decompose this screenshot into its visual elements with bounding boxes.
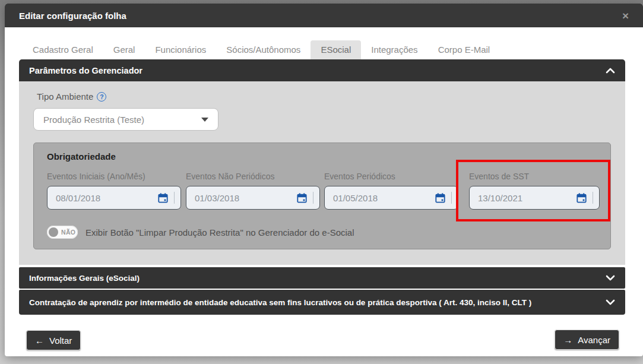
tab-funcionarios[interactable]: Funcionários	[145, 40, 216, 59]
date-value: 13/10/2021	[478, 193, 522, 203]
tab-integracoes[interactable]: Integrações	[361, 40, 427, 59]
date-value: 08/01/2018	[56, 193, 100, 203]
edit-config-modal: Editar configuração folha × Cadastro Ger…	[5, 4, 643, 356]
chevron-down-icon	[201, 118, 208, 122]
arrow-right-icon: →	[563, 335, 572, 345]
back-button-label: Voltar	[49, 335, 72, 346]
arrow-left-icon: ←	[35, 335, 44, 346]
field-eventos-periodicos: Eventos Periódicos 01/05/2018	[324, 172, 458, 210]
modal-title: Editar configuração folha	[19, 11, 126, 21]
field-eventos-iniciais: Eventos Iniciais (Ano/Mês) 08/01/2018	[47, 172, 181, 210]
field-label: Eventos Periódicos	[324, 172, 458, 181]
date-input-eventos-iniciais[interactable]: 08/01/2018	[47, 186, 181, 210]
chevron-up-icon	[606, 68, 615, 74]
field-label: Eventos Não Periódicos	[186, 172, 320, 181]
calendar-icon[interactable]	[158, 193, 168, 203]
obrigatoriedade-title: Obrigatoriedade	[47, 151, 116, 162]
tab-cadastro-geral[interactable]: Cadastro Geral	[23, 40, 103, 59]
field-label: Eventos de SST	[469, 172, 600, 181]
section-title: Informações Gerais (eSocial)	[29, 274, 140, 283]
field-divider	[593, 192, 593, 204]
next-button-label: Avançar	[578, 335, 610, 345]
tab-bar: Cadastro Geral Geral Funcionários Sócios…	[23, 40, 500, 59]
close-icon[interactable]: ×	[622, 10, 629, 21]
tab-esocial[interactable]: ESocial	[311, 40, 361, 59]
date-input-eventos-nao-periodicos[interactable]: 01/03/2018	[186, 186, 320, 210]
date-value: 01/03/2018	[195, 193, 239, 203]
obrigatoriedade-box: Obrigatoriedade Eventos Iniciais (Ano/Mê…	[33, 143, 611, 249]
section-title: Contratação de aprendiz por intermédio d…	[29, 298, 531, 307]
toggle-knob	[49, 227, 58, 237]
toggle-description: Exibir Botão "Limpar Produção Restrita" …	[85, 227, 354, 238]
tipo-ambiente-label-row: Tipo Ambiente ?	[37, 91, 106, 102]
calendar-icon[interactable]	[297, 193, 307, 203]
toggle-limpar-producao[interactable]: NÃO	[47, 226, 78, 239]
toggle-row: NÃO Exibir Botão "Limpar Produção Restri…	[47, 226, 354, 239]
field-label: Eventos Iniciais (Ano/Mês)	[47, 172, 181, 181]
parametros-body: Tipo Ambiente ? Produção Restrita (Teste…	[19, 81, 625, 265]
tipo-ambiente-label: Tipo Ambiente	[37, 91, 93, 102]
date-input-eventos-periodicos[interactable]: 01/05/2018	[324, 186, 458, 210]
chevron-down-icon	[606, 299, 615, 305]
tab-geral[interactable]: Geral	[103, 40, 145, 59]
parametros-title: Parâmetros do Gerenciador	[29, 66, 142, 75]
parametros-header[interactable]: Parâmetros do Gerenciador	[19, 59, 625, 81]
tipo-ambiente-value: Produção Restrita (Teste)	[43, 115, 144, 125]
chevron-down-icon	[606, 275, 615, 281]
toggle-state-label: NÃO	[61, 229, 75, 236]
field-divider	[174, 192, 175, 204]
section-informacoes-gerais[interactable]: Informações Gerais (eSocial)	[19, 267, 625, 289]
tab-corpo-email[interactable]: Corpo E-Mail	[428, 40, 501, 59]
calendar-icon[interactable]	[435, 193, 445, 203]
date-value: 01/05/2018	[333, 193, 378, 203]
help-icon[interactable]: ?	[97, 92, 106, 102]
tipo-ambiente-select[interactable]: Produção Restrita (Teste)	[33, 108, 218, 131]
parametros-accordion: Parâmetros do Gerenciador Tipo Ambiente …	[19, 59, 625, 265]
modal-titlebar: Editar configuração folha ×	[5, 4, 643, 27]
field-divider	[451, 192, 452, 204]
section-contratacao-aprendiz[interactable]: Contratação de aprendiz por intermédio d…	[19, 290, 625, 315]
back-button[interactable]: ← Voltar	[26, 330, 81, 350]
calendar-icon[interactable]	[577, 193, 587, 203]
field-eventos-nao-periodicos: Eventos Não Periódicos 01/03/2018	[186, 172, 320, 210]
next-button[interactable]: → Avançar	[555, 330, 619, 350]
tab-socios-autonomos[interactable]: Sócios/Autônomos	[216, 40, 311, 59]
field-eventos-sst: Eventos de SST 13/10/2021	[469, 172, 600, 210]
date-input-eventos-sst[interactable]: 13/10/2021	[469, 186, 600, 210]
field-divider	[313, 192, 313, 204]
